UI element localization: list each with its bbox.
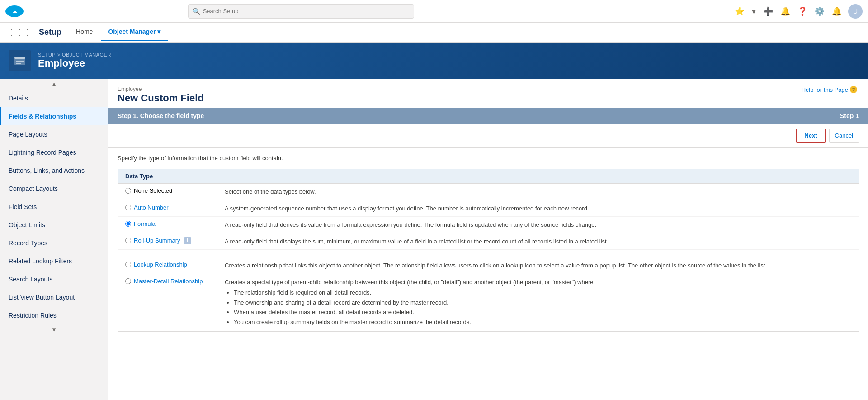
sidebar-scroll-down[interactable]: ▼: [0, 324, 108, 335]
table-row: Lookup Relationship Creates a relationsh…: [118, 257, 859, 274]
radio-none[interactable]: [125, 188, 131, 194]
search-input[interactable]: [188, 4, 414, 19]
alerts-button[interactable]: 🔔: [831, 6, 843, 16]
cancel-button[interactable]: Cancel: [829, 129, 859, 143]
desc-formula: A read-only field that derives its value…: [217, 217, 859, 233]
radio-lookup-col: Lookup Relationship: [118, 257, 217, 274]
field-intro: Specify the type of information that the…: [118, 155, 859, 162]
radio-auto[interactable]: [125, 205, 131, 210]
desc-lookup: Creates a relationship that links this o…: [217, 257, 859, 274]
object-icon: [9, 50, 31, 71]
help-link[interactable]: Help for this Page ?: [802, 86, 857, 93]
next-button[interactable]: Next: [796, 129, 825, 143]
sidebar-item-page-layouts[interactable]: Page Layouts: [0, 125, 108, 143]
step-header: Step 1. Choose the field type Step 1: [108, 108, 868, 124]
sidebar-item-details[interactable]: Details: [0, 89, 108, 107]
table-row: Roll-Up Summary i A read-only field that…: [118, 233, 859, 250]
sidebar-item-buttons-links-actions[interactable]: Buttons, Links, and Actions: [0, 162, 108, 180]
sidebar-item-list-view-button-layout[interactable]: List View Button Layout: [0, 288, 108, 306]
radio-lookup-label[interactable]: Lookup Relationship: [125, 261, 210, 268]
favorites-button[interactable]: ⭐: [734, 6, 745, 16]
radio-auto-label[interactable]: Auto Number: [125, 204, 210, 211]
content-panel: Employee New Custom Field Help for this …: [108, 79, 868, 400]
content-object-label: Employee: [118, 86, 859, 92]
radio-rollup-label[interactable]: Roll-Up Summary i: [125, 237, 210, 244]
page-title: New Custom Field: [118, 92, 859, 104]
sidebar-item-related-lookup-filters[interactable]: Related Lookup Filters: [0, 252, 108, 270]
svg-text:☁: ☁: [12, 9, 17, 14]
avatar[interactable]: U: [848, 4, 863, 19]
radio-master[interactable]: [125, 278, 131, 284]
sidebar-item-restriction-rules[interactable]: Restriction Rules: [0, 306, 108, 324]
sidebar-item-record-types[interactable]: Record Types: [0, 234, 108, 252]
sidebar-item-compact-layouts[interactable]: Compact Layouts: [0, 180, 108, 198]
table-row: Formula A read-only field that derives i…: [118, 217, 859, 233]
top-navigation: ☁ 🔍 ⭐ ▾ ➕ 🔔 ❓ ⚙️ 🔔 U: [0, 0, 868, 23]
list-item: You can create rollup summary fields on …: [234, 318, 851, 327]
list-item: The ownership and sharing of a detail re…: [234, 298, 851, 307]
app-launcher[interactable]: ⋮⋮⋮: [7, 28, 32, 38]
step-label: Step 1. Choose the field type: [118, 112, 204, 119]
radio-auto-col: Auto Number: [118, 200, 217, 217]
table-row: Auto Number A system-generated sequence …: [118, 200, 859, 217]
data-type-section: Data Type None Selected Select one of t: [118, 169, 859, 332]
header-banner: SETUP > OBJECT MANAGER Employee: [0, 43, 868, 79]
grid-icon: ⋮⋮⋮: [7, 28, 32, 38]
nav-tab-home[interactable]: Home: [69, 24, 100, 41]
radio-auto-link[interactable]: Auto Number: [134, 204, 169, 211]
settings-button[interactable]: ⚙️: [814, 6, 826, 16]
header-info: SETUP > OBJECT MANAGER Employee: [38, 52, 111, 69]
breadcrumb-object-manager[interactable]: OBJECT MANAGER: [62, 52, 111, 57]
sidebar-item-fields[interactable]: Fields & Relationships: [0, 107, 108, 125]
radio-none-label[interactable]: None Selected: [125, 187, 210, 194]
sidebar-item-field-sets[interactable]: Field Sets: [0, 198, 108, 216]
favorites-dropdown-button[interactable]: ▾: [751, 6, 757, 16]
help-button[interactable]: ❓: [797, 6, 808, 16]
buttons-row: Next Cancel: [108, 124, 868, 148]
svg-rect-3: [14, 57, 25, 59]
table-row: None Selected Select one of the data typ…: [118, 184, 859, 200]
radio-none-text: None Selected: [134, 187, 172, 194]
notification-bell-button[interactable]: 🔔: [779, 6, 791, 16]
app-name: Setup: [39, 28, 61, 37]
radio-master-label[interactable]: Master-Detail Relationship: [125, 278, 210, 285]
radio-formula[interactable]: [125, 221, 131, 227]
sidebar-item-object-limits[interactable]: Object Limits: [0, 216, 108, 234]
radio-lookup-link[interactable]: Lookup Relationship: [134, 261, 187, 268]
sidebar-item-lightning-record-pages[interactable]: Lightning Record Pages: [0, 143, 108, 162]
radio-formula-link[interactable]: Formula: [134, 220, 156, 227]
sidebar-item-search-layouts[interactable]: Search Layouts: [0, 270, 108, 288]
radio-master-link[interactable]: Master-Detail Relationship: [134, 278, 203, 285]
radio-formula-col: Formula: [118, 217, 217, 233]
nav-tab-object-manager[interactable]: Object Manager ▾: [101, 24, 168, 41]
data-type-header: Data Type: [118, 169, 859, 184]
nav-tabs: Home Object Manager ▾: [69, 24, 168, 41]
radio-formula-label[interactable]: Formula: [125, 220, 210, 227]
master-bullet-list: The relationship field is required on al…: [225, 288, 851, 326]
radio-rollup-link[interactable]: Roll-Up Summary: [134, 237, 180, 244]
second-navigation: ⋮⋮⋮ Setup Home Object Manager ▾: [0, 23, 868, 43]
radio-none-col: None Selected: [118, 184, 217, 200]
chevron-down-icon: ▾: [157, 28, 160, 35]
table-row-separator: [118, 250, 859, 257]
info-icon: i: [184, 237, 191, 244]
radio-rollup[interactable]: [125, 238, 131, 243]
list-item: When a user deletes the master record, a…: [234, 308, 851, 317]
radio-lookup[interactable]: [125, 262, 131, 267]
sidebar: ▲ Details Fields & Relationships Page La…: [0, 79, 108, 400]
radio-master-col: Master-Detail Relationship: [118, 274, 217, 331]
sidebar-scroll-up[interactable]: ▲: [0, 79, 108, 89]
table-row: Master-Detail Relationship Creates a spe…: [118, 274, 859, 331]
add-button[interactable]: ➕: [762, 6, 774, 16]
desc-rollup: A read-only field that displays the sum,…: [217, 233, 859, 250]
salesforce-logo: ☁: [5, 2, 24, 20]
step-number: Step 1: [840, 112, 859, 119]
desc-none: Select one of the data types below.: [217, 184, 859, 200]
list-item: The relationship field is required on al…: [234, 288, 851, 297]
top-nav-right: ⭐ ▾ ➕ 🔔 ❓ ⚙️ 🔔 U: [734, 4, 863, 19]
breadcrumb: SETUP > OBJECT MANAGER: [38, 52, 111, 57]
header-title: Employee: [38, 57, 111, 69]
field-section: Specify the type of information that the…: [108, 148, 868, 339]
breadcrumb-setup[interactable]: SETUP: [38, 52, 56, 57]
radio-rollup-col: Roll-Up Summary i: [118, 233, 217, 250]
